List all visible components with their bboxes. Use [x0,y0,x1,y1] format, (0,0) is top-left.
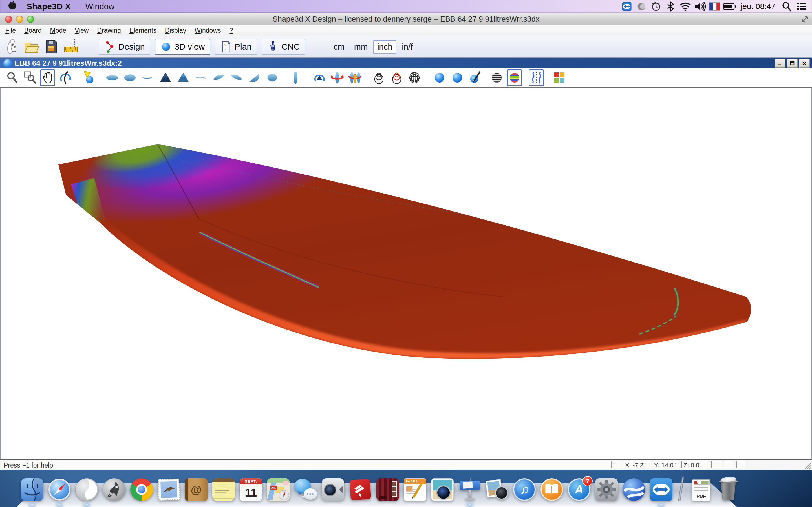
rotate-3d-tool[interactable] [58,69,73,86]
dock-app-store[interactable]: A7 [568,478,591,501]
resize-grip[interactable] [803,461,811,470]
dock-teamviewer[interactable] [650,478,672,501]
render-shaded-tool[interactable] [450,69,465,86]
time-machine-icon[interactable] [650,1,662,12]
view-rocker-down-tool[interactable] [193,69,209,86]
flow-lines-tool[interactable] [529,69,544,86]
dock-notes[interactable] [212,478,235,501]
render-paint-tool[interactable] [467,69,483,86]
spotlight-icon[interactable] [780,1,793,12]
input-language-flag-icon[interactable] [709,1,721,12]
view-tail-dark-tool[interactable] [158,69,173,86]
zoom-area-tool[interactable] [22,69,38,86]
dock-google-earth[interactable] [622,478,645,501]
wireframe-tool[interactable] [371,69,387,86]
wifi-icon[interactable] [679,1,692,12]
mode-button-plan[interactable]: Plan [215,39,257,55]
doc-minimize-button[interactable] [775,59,785,68]
menubar-app-name[interactable]: Shape3D X [27,2,71,11]
dock-photos-lens[interactable] [486,478,508,501]
notification-center-icon[interactable] [795,1,808,12]
mode-button-cnc[interactable]: CNC [262,39,305,55]
menu-windows[interactable]: Windows [190,27,225,34]
volume-icon[interactable] [694,1,706,12]
menu-board[interactable]: Board [20,27,46,34]
flip-board-tool[interactable] [347,69,363,86]
view-rocker-up-tool[interactable] [140,69,155,86]
view-deck-tool[interactable] [105,69,120,86]
dock-pages[interactable]: PAGES [404,478,426,501]
unit-cm[interactable]: cm [329,40,349,54]
dock-calendar[interactable]: SEPT.11 [240,478,262,501]
mode-button-design[interactable]: Design [99,39,150,55]
render-stripes-tool[interactable] [489,69,504,86]
surfboard-3d-render[interactable] [1,88,811,459]
zoom-tool[interactable] [4,69,20,86]
dock-sketchup[interactable] [349,478,371,501]
dock-chrome[interactable] [130,478,153,501]
dock-messages[interactable]: ••• [294,478,317,501]
dock-rocket-app[interactable] [103,478,125,501]
open-folder-icon[interactable] [24,38,40,55]
window-resize-icon[interactable] [801,15,809,23]
dock-contacts[interactable]: @ [185,478,207,501]
menubar-clock[interactable]: jeu. 08:47 [741,2,775,11]
swirl-app-icon[interactable] [635,1,648,12]
view-blade-right-tool[interactable] [229,69,244,86]
menubar-menu-window[interactable]: Window [86,2,114,11]
measurements-ruler-icon[interactable]: 12 [63,38,79,55]
unit-in-f[interactable]: in/f [398,40,417,54]
bluetooth-icon[interactable] [665,1,677,12]
view-tail-tool[interactable] [175,69,191,86]
viewport-3d[interactable] [0,88,812,459]
dock-itunes[interactable]: ♫ [513,478,536,501]
light-tool[interactable] [81,69,96,86]
rotate-vertical-tool[interactable] [312,69,327,86]
document-title: EBB 64 27 9 91litresWrr.s3dx:2 [15,59,122,68]
teamviewer-status-icon[interactable] [620,1,633,12]
save-icon[interactable] [43,38,59,55]
dock-ibooks[interactable] [541,478,563,501]
unit-mm[interactable]: mm [350,40,371,54]
window-title-bar[interactable]: Shape3d X Design – licensed to dennery s… [0,13,812,25]
dock-keynote[interactable] [458,478,481,501]
render-curvature-tool[interactable] [507,69,522,86]
battery-icon[interactable] [723,1,735,12]
unit-inch[interactable]: inch [373,40,396,54]
rotate-horizontal-tool[interactable] [329,69,345,86]
new-board-icon[interactable] [4,38,20,55]
view-wedge-tool[interactable] [247,69,262,86]
menu-?[interactable]: ? [225,27,238,34]
dock-system-preferences[interactable] [595,478,618,501]
dock-pdf-document[interactable]: PDF [690,478,712,501]
view-front-tool[interactable] [288,69,303,86]
menu-display[interactable]: Display [161,27,190,34]
dock-trash[interactable] [717,478,740,501]
render-solid-tool[interactable] [432,69,447,86]
doc-maximize-button[interactable] [787,59,798,68]
dock-iphoto[interactable] [431,478,454,501]
dock-finder[interactable] [21,478,43,501]
menu-mode[interactable]: Mode [46,27,70,34]
menu-drawing[interactable]: Drawing [93,27,125,34]
color-map-tool[interactable] [552,69,567,86]
menu-file[interactable]: File [1,27,20,34]
dock-wave-app[interactable] [75,478,98,501]
dock-safari[interactable] [48,478,71,501]
dock-mail[interactable] [158,478,180,501]
wireframe-mesh-tool[interactable] [407,69,422,86]
apple-icon[interactable] [7,1,17,12]
dock-facetime[interactable] [322,478,344,501]
wireframe-slices-tool[interactable] [389,69,404,86]
menu-view[interactable]: View [70,27,93,34]
view-bottom-tool[interactable] [122,69,138,86]
menu-elements[interactable]: Elements [125,27,161,34]
view-outline-tool[interactable] [264,69,280,86]
pan-hand-tool[interactable] [40,69,55,86]
view-blade-left-tool[interactable] [211,69,226,86]
document-window-title-bar[interactable]: EBB 64 27 9 91litresWrr.s3dx:2 [0,58,812,68]
mode-button-3d-view[interactable]: 3D view [155,39,210,55]
doc-close-button[interactable] [799,59,810,68]
dock-photo-booth[interactable] [376,478,399,501]
dock-maps[interactable]: 280 [267,478,290,501]
